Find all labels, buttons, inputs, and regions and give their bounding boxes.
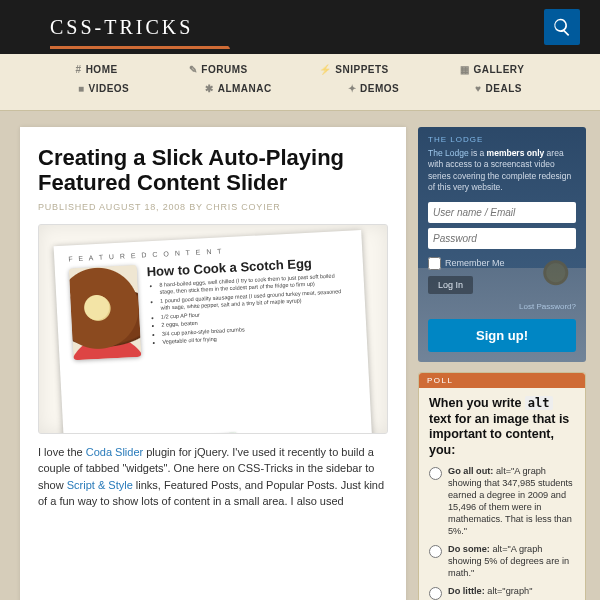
- main-area: Creating a Slick Auto-Playing Featured C…: [0, 111, 600, 600]
- text: members only: [487, 148, 545, 158]
- login-button[interactable]: Log In: [428, 276, 473, 294]
- nav-deals[interactable]: DEALS: [475, 83, 522, 94]
- poll-option[interactable]: Go all out: alt="A graph showing that 34…: [419, 464, 585, 542]
- remember-label: Remember Me: [445, 258, 505, 268]
- article-title: Creating a Slick Auto-Playing Featured C…: [38, 145, 388, 196]
- link-coda-slider[interactable]: Coda Slider: [86, 446, 143, 458]
- nav-row-2: VIDEOS ALMANAC DEMOS DEALS: [40, 79, 560, 98]
- recipe-text: How to Cook a Scotch Egg 8 hard-boiled e…: [146, 253, 353, 355]
- nav-home[interactable]: HOME: [76, 64, 118, 75]
- remember-me[interactable]: Remember Me: [428, 257, 576, 270]
- article: Creating a Slick Auto-Playing Featured C…: [20, 127, 406, 600]
- poll-option[interactable]: Do little: alt="graph": [419, 584, 585, 600]
- meta-by: BY: [186, 202, 206, 212]
- poll-radio[interactable]: [429, 467, 442, 480]
- text: I love the: [38, 446, 86, 458]
- article-screenshot: F E A T U R E D C O N T E N T How to Coo…: [38, 224, 388, 434]
- site-logo[interactable]: CSS-TRICKS: [50, 16, 193, 39]
- text: alt="graph": [485, 586, 533, 596]
- password-field[interactable]: [428, 228, 576, 249]
- nav-almanac[interactable]: ALMANAC: [205, 83, 272, 94]
- nav-row-1: HOME FORUMS SNIPPETS GALLERY: [40, 60, 560, 79]
- nav-videos[interactable]: VIDEOS: [78, 83, 129, 94]
- text: text for an image that is important to c…: [429, 412, 569, 457]
- article-meta: PUBLISHED AUGUST 18, 2008 BY CHRIS COYIE…: [38, 202, 388, 212]
- poll-question: When you write alt text for an image tha…: [419, 388, 585, 465]
- site-header: CSS-TRICKS: [0, 0, 600, 54]
- main-nav: HOME FORUMS SNIPPETS GALLERY VIDEOS ALMA…: [0, 54, 600, 111]
- poll-widget: POLL When you write alt text for an imag…: [418, 372, 586, 600]
- article-body: I love the Coda Slider plugin for jQuery…: [38, 444, 388, 510]
- featured-content-panel: F E A T U R E D C O N T E N T How to Coo…: [54, 230, 373, 434]
- search-button[interactable]: [544, 9, 580, 45]
- nav-forums[interactable]: FORUMS: [189, 64, 248, 75]
- text: When you write: [429, 396, 525, 410]
- text: Do little:: [448, 586, 485, 596]
- slider-thumbs: [94, 432, 239, 434]
- remember-checkbox[interactable]: [428, 257, 441, 270]
- search-icon: [552, 17, 572, 37]
- meta-author: CHRIS COYIER: [206, 202, 281, 212]
- lodge-heading: THE LODGE: [428, 135, 576, 144]
- poll-heading: POLL: [419, 373, 585, 388]
- lost-password-wrap: Lost Password?: [428, 302, 576, 311]
- lodge-link[interactable]: The Lodge: [428, 148, 469, 158]
- sidebar: THE LODGE The Lodge is a members only ar…: [418, 127, 586, 600]
- scotch-egg-image: [69, 264, 141, 359]
- nav-snippets[interactable]: SNIPPETS: [319, 64, 389, 75]
- text: Do some:: [448, 544, 490, 554]
- poll-radio[interactable]: [429, 587, 442, 600]
- poll-option[interactable]: Do some: alt="A graph showing 5% of degr…: [419, 542, 585, 584]
- thumb[interactable]: [204, 432, 239, 434]
- lodge-blurb: The Lodge is a members only area with ac…: [428, 148, 576, 194]
- meta-date: AUGUST 18, 2008: [99, 202, 186, 212]
- signup-button[interactable]: Sign up!: [428, 319, 576, 352]
- recipe-list: 8 hard-boiled eggs, well chilled (I try …: [147, 271, 352, 346]
- meta-prefix: PUBLISHED: [38, 202, 99, 212]
- text: Go all out:: [448, 466, 493, 476]
- poll-radio[interactable]: [429, 545, 442, 558]
- lost-password-link[interactable]: Lost Password?: [519, 302, 576, 311]
- nav-demos[interactable]: DEMOS: [348, 83, 400, 94]
- nav-gallery[interactable]: GALLERY: [460, 64, 524, 75]
- lodge-widget: THE LODGE The Lodge is a members only ar…: [418, 127, 586, 362]
- username-field[interactable]: [428, 202, 576, 223]
- link-script-style[interactable]: Script & Style: [67, 479, 133, 491]
- text: alt="A graph showing that 347,985 studen…: [448, 466, 573, 536]
- code: alt: [525, 396, 553, 410]
- text: is a: [469, 148, 487, 158]
